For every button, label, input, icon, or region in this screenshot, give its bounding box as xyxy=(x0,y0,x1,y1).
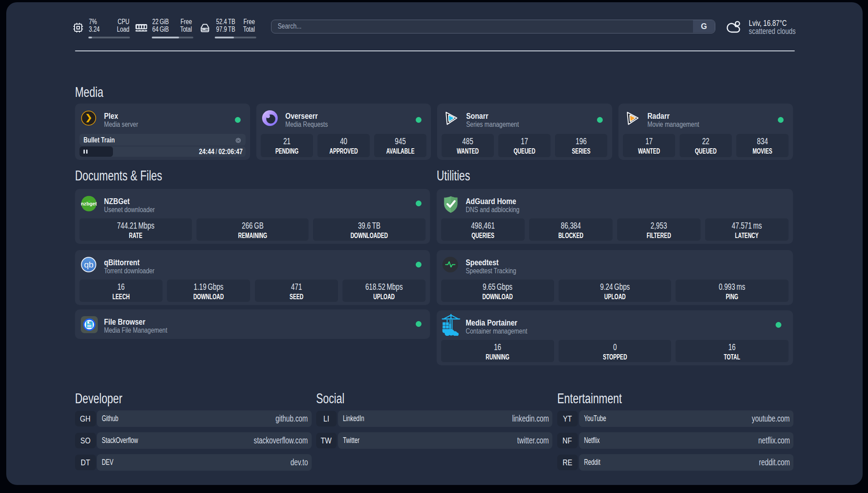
svg-text:qb: qb xyxy=(84,260,93,269)
svg-text:nzbget: nzbget xyxy=(81,201,97,206)
